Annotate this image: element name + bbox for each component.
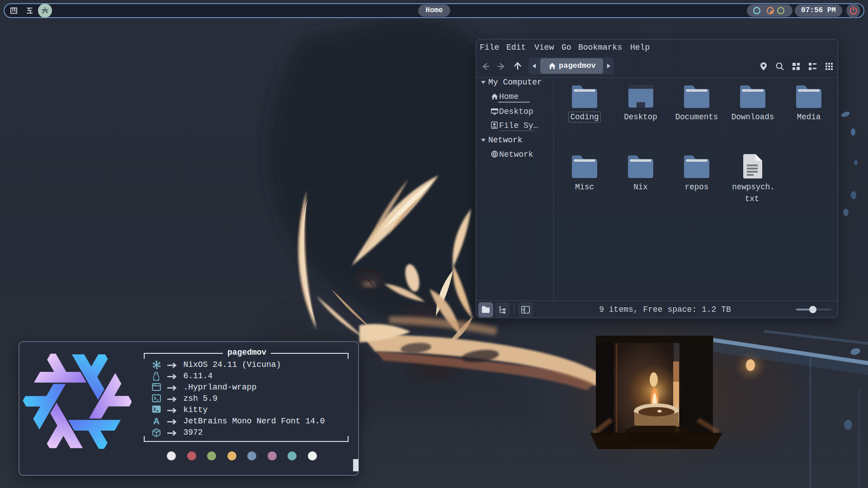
svg-text:A: A bbox=[153, 417, 160, 426]
